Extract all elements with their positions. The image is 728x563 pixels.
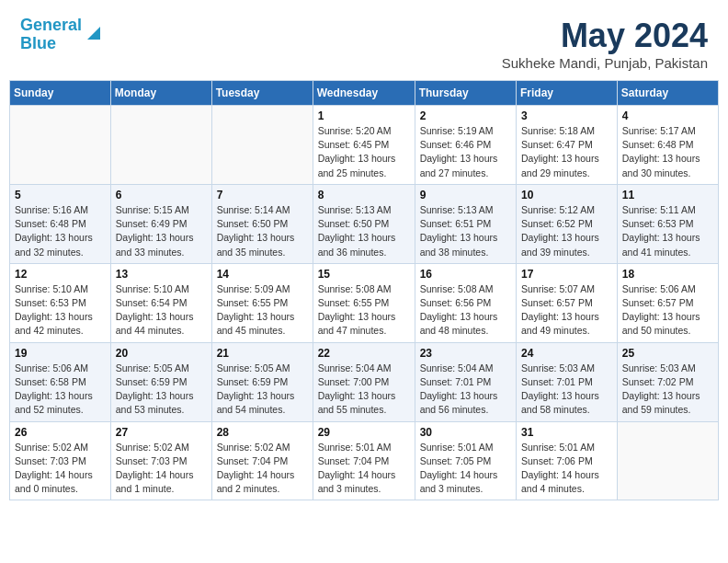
calendar-cell <box>211 106 313 185</box>
day-info: Sunrise: 5:16 AMSunset: 6:48 PMDaylight:… <box>15 203 106 259</box>
calendar-cell: 22Sunrise: 5:04 AMSunset: 7:00 PMDayligh… <box>313 342 415 421</box>
day-number: 14 <box>217 268 308 281</box>
day-info: Sunrise: 5:10 AMSunset: 6:53 PMDaylight:… <box>15 282 106 339</box>
day-info: Sunrise: 5:01 AMSunset: 7:04 PMDaylight:… <box>318 441 410 497</box>
day-number: 22 <box>318 347 410 360</box>
title-area: May 2024 Sukheke Mandi, Punjab, Pakistan <box>502 17 708 71</box>
calendar-cell <box>10 106 111 185</box>
day-number: 12 <box>15 268 106 281</box>
day-info: Sunrise: 5:08 AMSunset: 6:56 PMDaylight:… <box>420 282 511 339</box>
calendar-cell: 10Sunrise: 5:12 AMSunset: 6:52 PMDayligh… <box>517 184 618 263</box>
day-info: Sunrise: 5:05 AMSunset: 6:59 PMDaylight:… <box>116 362 207 418</box>
day-number: 17 <box>521 268 612 281</box>
weekday-header-thursday: Thursday <box>415 81 516 106</box>
day-number: 28 <box>217 426 308 439</box>
calendar-cell: 17Sunrise: 5:07 AMSunset: 6:57 PMDayligh… <box>517 263 618 342</box>
day-number: 26 <box>15 426 106 439</box>
calendar-cell: 24Sunrise: 5:03 AMSunset: 7:01 PMDayligh… <box>517 342 618 421</box>
calendar-cell: 29Sunrise: 5:01 AMSunset: 7:04 PMDayligh… <box>313 421 415 500</box>
day-info: Sunrise: 5:08 AMSunset: 6:55 PMDaylight:… <box>318 282 410 339</box>
calendar-cell: 9Sunrise: 5:13 AMSunset: 6:51 PMDaylight… <box>415 184 516 263</box>
day-number: 31 <box>521 426 612 439</box>
calendar-cell: 11Sunrise: 5:11 AMSunset: 6:53 PMDayligh… <box>617 184 718 263</box>
day-number: 23 <box>420 347 511 360</box>
day-info: Sunrise: 5:20 AMSunset: 6:45 PMDaylight:… <box>318 124 410 180</box>
day-number: 7 <box>217 189 308 201</box>
calendar-cell: 14Sunrise: 5:09 AMSunset: 6:55 PMDayligh… <box>211 263 313 342</box>
day-number: 11 <box>622 189 713 201</box>
calendar-cell <box>110 106 211 185</box>
weekday-header-monday: Monday <box>110 81 211 106</box>
day-number: 3 <box>521 109 612 122</box>
location: Sukheke Mandi, Punjab, Pakistan <box>502 55 708 71</box>
day-info: Sunrise: 5:02 AMSunset: 7:03 PMDaylight:… <box>116 441 207 497</box>
day-info: Sunrise: 5:12 AMSunset: 6:52 PMDaylight:… <box>521 203 612 259</box>
day-number: 8 <box>318 189 410 201</box>
logo-icon <box>84 23 104 43</box>
page-header: GeneralBlue May 2024 Sukheke Mandi, Punj… <box>9 9 719 75</box>
day-info: Sunrise: 5:10 AMSunset: 6:54 PMDaylight:… <box>116 282 207 339</box>
logo-text: GeneralBlue <box>20 17 82 53</box>
day-number: 6 <box>116 189 207 201</box>
day-number: 9 <box>420 189 511 201</box>
calendar-cell: 25Sunrise: 5:03 AMSunset: 7:02 PMDayligh… <box>617 342 718 421</box>
calendar-cell: 16Sunrise: 5:08 AMSunset: 6:56 PMDayligh… <box>415 263 516 342</box>
day-info: Sunrise: 5:07 AMSunset: 6:57 PMDaylight:… <box>521 282 612 339</box>
day-info: Sunrise: 5:11 AMSunset: 6:53 PMDaylight:… <box>622 203 713 259</box>
day-info: Sunrise: 5:15 AMSunset: 6:49 PMDaylight:… <box>116 203 207 259</box>
weekday-header-saturday: Saturday <box>617 81 718 106</box>
calendar-cell: 30Sunrise: 5:01 AMSunset: 7:05 PMDayligh… <box>415 421 516 500</box>
day-number: 15 <box>318 268 410 281</box>
day-info: Sunrise: 5:02 AMSunset: 7:03 PMDaylight:… <box>15 441 106 497</box>
calendar-cell: 21Sunrise: 5:05 AMSunset: 6:59 PMDayligh… <box>211 342 313 421</box>
day-info: Sunrise: 5:14 AMSunset: 6:50 PMDaylight:… <box>217 203 308 259</box>
day-info: Sunrise: 5:03 AMSunset: 7:02 PMDaylight:… <box>622 362 713 418</box>
day-number: 20 <box>116 347 207 360</box>
day-info: Sunrise: 5:02 AMSunset: 7:04 PMDaylight:… <box>217 441 308 497</box>
calendar-cell: 31Sunrise: 5:01 AMSunset: 7:06 PMDayligh… <box>517 421 618 500</box>
day-number: 25 <box>622 347 713 360</box>
weekday-header-friday: Friday <box>517 81 618 106</box>
svg-marker-0 <box>87 27 100 40</box>
day-number: 16 <box>420 268 511 281</box>
calendar-cell <box>617 421 718 500</box>
day-info: Sunrise: 5:04 AMSunset: 7:00 PMDaylight:… <box>318 362 410 418</box>
calendar-cell: 18Sunrise: 5:06 AMSunset: 6:57 PMDayligh… <box>617 263 718 342</box>
calendar-cell: 6Sunrise: 5:15 AMSunset: 6:49 PMDaylight… <box>110 184 211 263</box>
day-number: 1 <box>318 109 410 122</box>
calendar-cell: 15Sunrise: 5:08 AMSunset: 6:55 PMDayligh… <box>313 263 415 342</box>
day-number: 10 <box>521 189 612 201</box>
day-info: Sunrise: 5:03 AMSunset: 7:01 PMDaylight:… <box>521 362 612 418</box>
day-info: Sunrise: 5:01 AMSunset: 7:05 PMDaylight:… <box>420 441 511 497</box>
calendar-cell: 19Sunrise: 5:06 AMSunset: 6:58 PMDayligh… <box>10 342 111 421</box>
calendar-cell: 23Sunrise: 5:04 AMSunset: 7:01 PMDayligh… <box>415 342 516 421</box>
calendar-cell: 4Sunrise: 5:17 AMSunset: 6:48 PMDaylight… <box>617 106 718 185</box>
day-info: Sunrise: 5:01 AMSunset: 7:06 PMDaylight:… <box>521 441 612 497</box>
calendar-cell: 13Sunrise: 5:10 AMSunset: 6:54 PMDayligh… <box>110 263 211 342</box>
day-info: Sunrise: 5:06 AMSunset: 6:58 PMDaylight:… <box>15 362 106 418</box>
day-info: Sunrise: 5:04 AMSunset: 7:01 PMDaylight:… <box>420 362 511 418</box>
calendar-cell: 28Sunrise: 5:02 AMSunset: 7:04 PMDayligh… <box>211 421 313 500</box>
calendar-cell: 27Sunrise: 5:02 AMSunset: 7:03 PMDayligh… <box>110 421 211 500</box>
day-info: Sunrise: 5:09 AMSunset: 6:55 PMDaylight:… <box>217 282 308 339</box>
day-number: 24 <box>521 347 612 360</box>
calendar-cell: 12Sunrise: 5:10 AMSunset: 6:53 PMDayligh… <box>10 263 111 342</box>
day-info: Sunrise: 5:18 AMSunset: 6:47 PMDaylight:… <box>521 124 612 180</box>
day-number: 19 <box>15 347 106 360</box>
calendar-cell: 5Sunrise: 5:16 AMSunset: 6:48 PMDaylight… <box>10 184 111 263</box>
day-number: 30 <box>420 426 511 439</box>
day-number: 21 <box>217 347 308 360</box>
calendar-cell: 3Sunrise: 5:18 AMSunset: 6:47 PMDaylight… <box>517 106 618 185</box>
day-number: 5 <box>15 189 106 201</box>
day-number: 2 <box>420 109 511 122</box>
day-info: Sunrise: 5:06 AMSunset: 6:57 PMDaylight:… <box>622 282 713 339</box>
day-info: Sunrise: 5:13 AMSunset: 6:50 PMDaylight:… <box>318 203 410 259</box>
month-title: May 2024 <box>502 17 708 55</box>
calendar-cell: 2Sunrise: 5:19 AMSunset: 6:46 PMDaylight… <box>415 106 516 185</box>
logo: GeneralBlue <box>20 17 104 53</box>
weekday-header-sunday: Sunday <box>10 81 111 106</box>
day-number: 27 <box>116 426 207 439</box>
day-info: Sunrise: 5:19 AMSunset: 6:46 PMDaylight:… <box>420 124 511 180</box>
calendar-cell: 26Sunrise: 5:02 AMSunset: 7:03 PMDayligh… <box>10 421 111 500</box>
day-number: 4 <box>622 109 713 122</box>
